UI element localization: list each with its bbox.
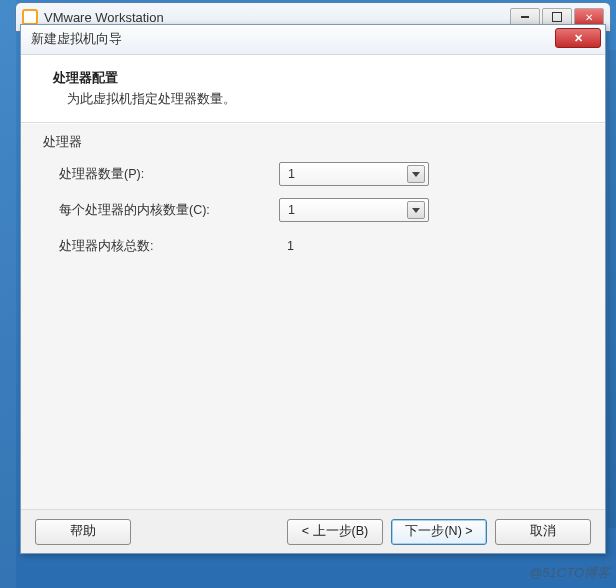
dialog-close-button[interactable] <box>555 28 601 48</box>
dialog-titlebar: 新建虚拟机向导 <box>21 25 605 55</box>
wizard-dialog: 新建虚拟机向导 处理器配置 为此虚拟机指定处理器数量。 处理器 处理器数量(P)… <box>20 24 606 554</box>
label-cpu-count: 处理器数量(P): <box>59 166 279 183</box>
group-label-processors: 处理器 <box>43 134 583 151</box>
next-button[interactable]: 下一步(N) > <box>391 519 487 545</box>
chevron-down-icon <box>407 165 425 183</box>
combo-cpu-count[interactable]: 1 <box>279 162 429 186</box>
combo-cpu-count-value: 1 <box>288 167 407 181</box>
vmware-icon <box>22 9 38 25</box>
row-cores-per: 每个处理器的内核数量(C): 1 <box>43 195 583 225</box>
help-button[interactable]: 帮助 <box>35 519 131 545</box>
row-cpu-count: 处理器数量(P): 1 <box>43 159 583 189</box>
dialog-header-subtitle: 为此虚拟机指定处理器数量。 <box>67 91 583 108</box>
dialog-footer: 帮助 < 上一步(B) 下一步(N) > 取消 <box>21 509 605 553</box>
dialog-body: 处理器 处理器数量(P): 1 每个处理器的内核数量(C): 1 处理器内核总数… <box>21 123 605 509</box>
dialog-title: 新建虚拟机向导 <box>31 31 122 48</box>
dialog-header: 处理器配置 为此虚拟机指定处理器数量。 <box>21 55 605 123</box>
combo-cores-per[interactable]: 1 <box>279 198 429 222</box>
parent-window-title: VMware Workstation <box>44 10 510 25</box>
back-button[interactable]: < 上一步(B) <box>287 519 383 545</box>
watermark: @51CTO博客 <box>529 564 610 582</box>
cancel-button[interactable]: 取消 <box>495 519 591 545</box>
label-cores-per: 每个处理器的内核数量(C): <box>59 202 279 219</box>
row-total-cores: 处理器内核总数: 1 <box>43 231 583 261</box>
value-total-cores: 1 <box>279 239 429 253</box>
chevron-down-icon <box>407 201 425 219</box>
combo-cores-per-value: 1 <box>288 203 407 217</box>
dialog-header-title: 处理器配置 <box>53 69 583 87</box>
label-total-cores: 处理器内核总数: <box>59 238 279 255</box>
